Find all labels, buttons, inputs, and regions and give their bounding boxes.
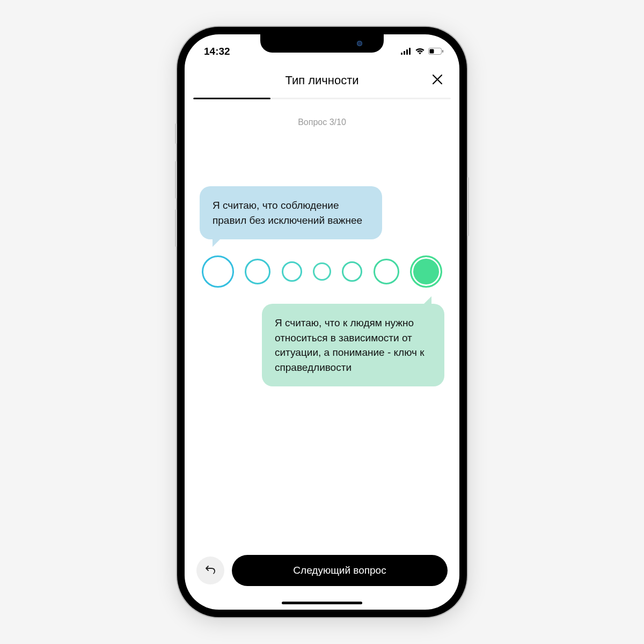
svg-rect-3	[409, 48, 411, 55]
question-counter: Вопрос 3/10	[185, 118, 459, 127]
next-button-label: Следующий вопрос	[293, 565, 386, 576]
scale-option-6[interactable]	[374, 259, 399, 284]
notch	[260, 34, 384, 53]
scale-option-5[interactable]	[342, 261, 362, 282]
mute-switch	[175, 123, 177, 144]
close-icon	[431, 74, 443, 87]
scale-option-2[interactable]	[245, 259, 270, 284]
battery-icon	[428, 46, 443, 57]
front-camera	[357, 41, 362, 46]
content-area: Я считаю, что соблюдение правил без искл…	[185, 127, 459, 555]
progress-bar	[193, 98, 451, 99]
likert-scale	[202, 255, 442, 288]
volume-down-button	[175, 209, 177, 247]
status-time: 14:32	[204, 46, 230, 57]
close-button[interactable]	[429, 72, 445, 89]
cellular-icon	[401, 46, 412, 57]
volume-up-button	[175, 161, 177, 199]
statement-bubble-top: Я считаю, что соблюдение правил без искл…	[200, 186, 382, 239]
phone-frame: 14:32 Тип личности	[177, 27, 467, 617]
scale-option-3[interactable]	[282, 261, 302, 282]
svg-rect-5	[430, 49, 434, 54]
svg-rect-1	[404, 51, 405, 55]
page-title: Тип личности	[285, 74, 358, 87]
home-indicator[interactable]	[282, 602, 362, 604]
back-button[interactable]	[196, 557, 224, 584]
scale-option-1[interactable]	[202, 255, 234, 288]
progress-fill	[193, 98, 270, 99]
scale-option-7-selected[interactable]	[410, 255, 442, 288]
next-question-button[interactable]: Следующий вопрос	[232, 555, 448, 586]
nav-bar: Тип личности	[185, 63, 459, 98]
svg-rect-0	[401, 53, 402, 55]
power-button	[467, 177, 469, 236]
scale-option-4[interactable]	[313, 262, 331, 281]
wifi-icon	[415, 46, 425, 57]
undo-arrow-icon	[205, 565, 216, 576]
svg-rect-6	[442, 50, 443, 53]
svg-rect-2	[406, 49, 408, 55]
statement-bubble-bottom: Я считаю, что к людям нужно относиться в…	[262, 304, 444, 386]
screen: 14:32 Тип личности	[185, 34, 459, 610]
status-right	[401, 46, 443, 57]
